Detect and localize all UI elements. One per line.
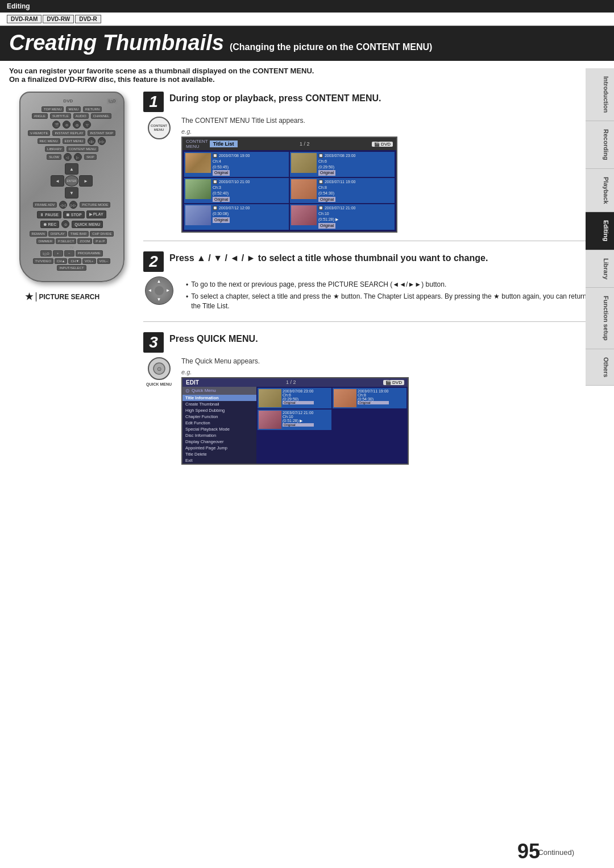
time-bar-btn[interactable]: TIME BAR xyxy=(68,231,89,237)
p-select-btn[interactable]: P.SELECT xyxy=(56,238,76,244)
remote-section: DVD I△O TOP MENU MENU RETURN ANGLE SUBTI… xyxy=(9,92,134,483)
fwd-btn[interactable]: ▷▷ xyxy=(69,201,77,209)
qm-item-disc-info[interactable]: Disc Information xyxy=(182,432,256,439)
subtitle-btn[interactable]: SUBTITLE xyxy=(50,113,71,119)
icon3-btn[interactable]: ◎ xyxy=(73,121,81,129)
programme-btn[interactable]: PROGRAMME xyxy=(76,250,103,257)
p-in-p-btn[interactable]: P in P xyxy=(93,238,107,244)
minus-btn[interactable]: − xyxy=(64,250,74,257)
slow-btn[interactable]: SLOW xyxy=(47,154,61,160)
vol-up-btn[interactable]: VOL+ xyxy=(82,258,96,264)
dpad-up[interactable]: ▲ xyxy=(65,163,78,175)
qm-thumb-3 xyxy=(259,411,281,429)
sidebar-item-function-setup[interactable]: Function setup xyxy=(586,288,614,349)
step-2-content: • To go to the next or previous page, pr… xyxy=(181,276,605,313)
dpad-down[interactable]: ▼ xyxy=(65,187,78,199)
sdpad-down: ▼ xyxy=(155,295,164,304)
top-bar-label: Editing xyxy=(7,2,30,10)
quick-menu-btn[interactable]: QUICK MENU xyxy=(72,221,103,228)
qm-item-appt-jump[interactable]: Appointed Page Jump xyxy=(182,445,256,451)
icon1-btn[interactable]: 🎬 xyxy=(52,121,60,129)
dpad-right[interactable]: ► xyxy=(79,175,93,187)
thumb-1 xyxy=(185,153,211,173)
remote-body: DVD I△O TOP MENU MENU RETURN ANGLE SUBTI… xyxy=(19,92,125,282)
instant-replay-btn[interactable]: INSTANT REPLAY xyxy=(52,130,85,136)
bullet-list: • To go to the next or previous page, pr… xyxy=(181,280,605,311)
channel-btn[interactable]: CHANNEL xyxy=(91,113,112,119)
bullet-icon-2: • xyxy=(186,292,188,311)
audio-btn[interactable]: AUDIO xyxy=(73,113,89,119)
instant-skip-btn[interactable]: INSTANT SKIP xyxy=(88,130,115,136)
step-3: 3 Press QUICK MENU. ⊙ QUICK MENU The Qui… xyxy=(143,332,605,473)
ch-down-btn[interactable]: CH▼ xyxy=(68,258,81,264)
step-1: 1 During stop or playback, press CONTENT… xyxy=(143,92,605,241)
format-badges: DVD-RAM DVD-RW DVD-R xyxy=(0,13,614,26)
qm-item-title-del[interactable]: Title Delete xyxy=(182,451,256,457)
sdpad-right: ► xyxy=(164,286,173,295)
sidebar-item-editing[interactable]: Editing xyxy=(586,212,614,250)
qm-item-exit[interactable]: Exit xyxy=(182,457,256,464)
thumb-6 xyxy=(291,205,317,225)
icon2-btn[interactable]: ⊙ xyxy=(63,121,70,129)
qm-thumb-2 xyxy=(334,389,356,407)
return-btn[interactable]: RETURN xyxy=(83,106,102,112)
skip-btn[interactable]: SKIP xyxy=(84,154,97,160)
dpad-left[interactable]: ◄ xyxy=(51,175,64,187)
qm-item-title-info[interactable]: Title Information xyxy=(182,395,256,401)
prev-btn[interactable]: ◁◁ xyxy=(59,201,67,209)
step-2-body: ▲ ◄ ► ▼ • xyxy=(143,276,605,313)
screen-info-3: 🔲 2003/07/10 21:00 Ch:3 (0:52:40) Origin… xyxy=(213,179,288,202)
v-remote-btn[interactable]: V-REMOTE xyxy=(28,130,50,136)
stop-btn[interactable]: ⏹ STOP xyxy=(63,211,85,218)
dimmer-btn[interactable]: DIMMER xyxy=(36,238,55,244)
play-btn[interactable]: ▶ PLAY xyxy=(86,210,106,218)
ch-up-btn[interactable]: CH▲ xyxy=(55,258,68,264)
sidebar-item-library[interactable]: Library xyxy=(586,250,614,288)
library-btn[interactable]: LIBRARY xyxy=(45,146,64,152)
qm-item-special-pb[interactable]: Special Playback Mode xyxy=(182,426,256,432)
sidebar-item-playback[interactable]: Playback xyxy=(586,169,614,213)
remain-btn[interactable]: REMAIN xyxy=(30,231,47,237)
qm-item-create-thumb[interactable]: Create Thumbnail xyxy=(182,401,256,407)
qm-item-edit-fn[interactable]: Edit Function xyxy=(182,420,256,426)
sdpad-empty3 xyxy=(146,295,155,304)
iao2-btn[interactable]: I△O xyxy=(40,250,51,257)
frame-adv-btn[interactable]: FRAME ADV xyxy=(33,202,57,208)
qm-item-high-speed[interactable]: High Speed Dubbing xyxy=(182,407,256,414)
dpad-enter[interactable]: ENTER xyxy=(65,175,78,187)
rec-btn[interactable]: ⏺ REC xyxy=(40,221,60,228)
edit-menu-btn[interactable]: EDIT MENU xyxy=(63,138,86,144)
zoom-btn[interactable]: ZOOM xyxy=(77,238,92,244)
skip-l-btn[interactable]: ◁ xyxy=(64,153,72,161)
circle-btn[interactable]: ⊙ xyxy=(61,220,69,228)
skip-r-btn[interactable]: ▷ xyxy=(74,153,82,161)
rec-menu-btn[interactable]: REC MENU xyxy=(38,138,60,144)
menu-btn[interactable]: MENU xyxy=(66,106,81,112)
pause-btn[interactable]: ⏸ PAUSE xyxy=(37,211,61,218)
step-3-title: Press QUICK MENU. xyxy=(169,332,258,345)
vol-down-btn[interactable]: VOL− xyxy=(97,258,111,264)
main-title-bar: Creating Thumbnails (Changing the pictur… xyxy=(0,26,614,61)
top-menu-btn[interactable]: TOP MENU xyxy=(42,106,64,112)
display-btn[interactable]: DISPLAY xyxy=(48,231,67,237)
format-dvd-ram: DVD-RAM xyxy=(7,15,42,23)
qm-item-display-ch[interactable]: Display Changeover xyxy=(182,439,256,445)
plus-btn[interactable]: + xyxy=(53,250,63,257)
angle-btn[interactable]: ANGLE xyxy=(32,113,48,119)
content-menu-btn[interactable]: CONTENT MENU xyxy=(67,146,98,152)
small-rnd-2[interactable]: ▷▷ xyxy=(98,137,106,145)
picture-mode-btn[interactable]: PICTURE MODE xyxy=(80,202,110,208)
chp-divide-btn[interactable]: CHP DIVIDE xyxy=(90,231,114,237)
icon4-btn[interactable]: ▽ xyxy=(83,121,91,129)
input-select-btn[interactable]: INPUT/SELECT xyxy=(57,265,86,271)
sidebar-item-others[interactable]: Others xyxy=(586,349,614,386)
small-rnd-1[interactable]: ◁▷ xyxy=(88,137,96,145)
sidebar-item-introduction[interactable]: Introduction xyxy=(586,68,614,121)
step-1-note: The CONTENT MENU Title List appears. xyxy=(181,117,605,125)
qm-item-chapter-fn[interactable]: Chapter Function xyxy=(182,414,256,420)
screen-item-5: 🔲 2003/07/12 12:00 (0:30:08) Original xyxy=(184,204,289,229)
tv-video-btn[interactable]: TV/VIDEO xyxy=(33,258,53,264)
sidebar-item-recording[interactable]: Recording xyxy=(586,121,614,168)
screen-item-4: 🔲 2003/07/11 19:00 Ch:8 (0:54:30) Origin… xyxy=(290,178,395,203)
step-3-icon-area: ⊙ QUICK MENU xyxy=(143,357,175,386)
